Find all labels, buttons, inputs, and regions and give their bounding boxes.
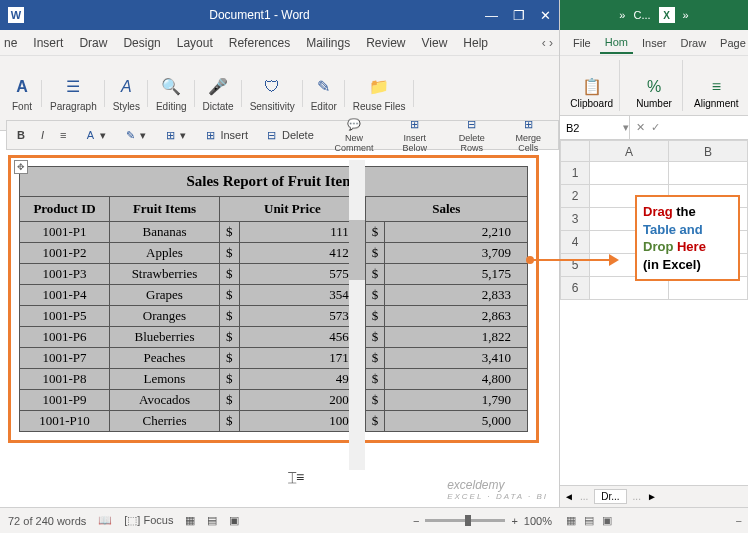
- excel-tab-page[interactable]: Page: [715, 33, 748, 53]
- styles-small[interactable]: A▾: [78, 125, 110, 145]
- ribbon-paragraph[interactable]: ☰Paragraph: [46, 75, 101, 112]
- table-row[interactable]: 1001-P4Grapes$354$2,833: [20, 285, 528, 306]
- excel-normal-view[interactable]: ▦: [566, 514, 576, 527]
- sales-table[interactable]: Sales Report of Fruit Items Product ID F…: [19, 166, 528, 432]
- scroll-thumb[interactable]: [349, 220, 365, 280]
- delete-rows-icon: ⊟: [464, 116, 480, 132]
- confirm-icon[interactable]: ✓: [651, 121, 660, 134]
- word-count[interactable]: 72 of 240 words: [8, 515, 86, 527]
- print-layout-icon[interactable]: ▤: [207, 514, 217, 527]
- fx-area[interactable]: ✕✓: [630, 121, 748, 134]
- sheet-nav-next[interactable]: ►: [647, 491, 657, 502]
- excel-grid[interactable]: A B 123456: [560, 140, 748, 480]
- name-box[interactable]: B2 ▾: [560, 116, 630, 139]
- zoom-out[interactable]: −: [413, 515, 419, 527]
- tab-layout[interactable]: Layout: [170, 32, 220, 54]
- close-button[interactable]: ✕: [540, 8, 551, 23]
- table-row[interactable]: 1001-P1Bananas$111$2,210: [20, 222, 528, 243]
- tab-design[interactable]: Design: [116, 32, 167, 54]
- excel-nav-prev[interactable]: »: [619, 9, 625, 21]
- zoom-level[interactable]: 100%: [524, 515, 552, 527]
- excel-tab-home[interactable]: Hom: [600, 32, 633, 54]
- table-move-handle[interactable]: ✥: [14, 160, 28, 174]
- excel-alignment[interactable]: ≡Alignment: [689, 60, 744, 111]
- excel-ribbon: 📋Clipboard %Number ≡Alignment: [560, 56, 748, 116]
- read-mode-icon[interactable]: ▦: [185, 514, 195, 527]
- cell[interactable]: [590, 162, 669, 185]
- excel-tab-file[interactable]: File: [568, 33, 596, 53]
- table-header-row: Product ID Fruit Items Unit Price Sales: [20, 197, 528, 222]
- tab-mailings[interactable]: Mailings: [299, 32, 357, 54]
- row-header[interactable]: 4: [560, 231, 590, 254]
- excel-break-view[interactable]: ▣: [602, 514, 612, 527]
- insert-below-button[interactable]: ⊞Insert Below: [390, 114, 439, 156]
- tab-view[interactable]: View: [415, 32, 455, 54]
- web-layout-icon[interactable]: ▣: [229, 514, 239, 527]
- row-header[interactable]: 5: [560, 254, 590, 277]
- cancel-icon[interactable]: ✕: [636, 121, 645, 134]
- focus-mode[interactable]: [⬚] Focus: [124, 514, 173, 527]
- row-header[interactable]: 3: [560, 208, 590, 231]
- ribbon-sensitivity[interactable]: 🛡Sensitivity: [246, 75, 299, 112]
- excel-page-view[interactable]: ▤: [584, 514, 594, 527]
- ribbon-editor[interactable]: ✎Editor: [307, 75, 341, 112]
- table-row[interactable]: 1001-P7Peaches$171$3,410: [20, 348, 528, 369]
- spellcheck-icon[interactable]: 📖: [98, 514, 112, 527]
- bold-button[interactable]: B: [13, 127, 29, 143]
- zoom-in[interactable]: +: [511, 515, 517, 527]
- delete-rows-button[interactable]: ⊟Delete Rows: [447, 114, 497, 156]
- excel-tab-insert[interactable]: Inser: [637, 33, 671, 53]
- tab-review[interactable]: Review: [359, 32, 412, 54]
- border-button[interactable]: ⊞▾: [158, 125, 190, 145]
- ribbon-font[interactable]: AFont: [6, 75, 38, 112]
- tab-help[interactable]: Help: [456, 32, 495, 54]
- ribbon-reuse[interactable]: 📁Reuse Files: [349, 75, 410, 112]
- ribbon-dictate[interactable]: 🎤Dictate: [199, 75, 238, 112]
- restore-button[interactable]: ❐: [513, 8, 525, 23]
- table-row[interactable]: 1001-P8Lemons$49$4,800: [20, 369, 528, 390]
- select-all-corner[interactable]: [560, 140, 590, 162]
- align-button[interactable]: ≡: [56, 127, 70, 143]
- excel-zoom-out[interactable]: −: [736, 515, 742, 527]
- tab-draw[interactable]: Draw: [72, 32, 114, 54]
- table-row[interactable]: 1001-P3Strawberries$575$5,175: [20, 264, 528, 285]
- zoom-slider[interactable]: [425, 519, 505, 522]
- row-header[interactable]: 1: [560, 162, 590, 185]
- tab-references[interactable]: References: [222, 32, 297, 54]
- tab-insert[interactable]: Insert: [26, 32, 70, 54]
- excel-tab-draw[interactable]: Draw: [675, 33, 711, 53]
- col-b[interactable]: B: [669, 140, 748, 162]
- word-vscroll[interactable]: [349, 160, 365, 470]
- italic-button[interactable]: I: [37, 127, 48, 143]
- ribbon-styles[interactable]: AStyles: [109, 75, 144, 112]
- excel-row[interactable]: 1: [560, 162, 748, 185]
- col-a[interactable]: A: [590, 140, 669, 162]
- row-header[interactable]: 6: [560, 277, 590, 300]
- cell[interactable]: [669, 162, 748, 185]
- delete-button[interactable]: ⊟Delete: [260, 125, 318, 145]
- sheet-nav-prev[interactable]: ◄: [564, 491, 574, 502]
- tab-home-partial[interactable]: ne: [4, 32, 24, 54]
- row-header[interactable]: 2: [560, 185, 590, 208]
- table-row[interactable]: 1001-P9Avocados$200$1,790: [20, 390, 528, 411]
- sheet-tab-active[interactable]: Dr...: [594, 489, 626, 504]
- highlight-button[interactable]: ✎▾: [118, 125, 150, 145]
- insert-button[interactable]: ⊞Insert: [198, 125, 252, 145]
- excel-clipboard[interactable]: 📋Clipboard: [564, 60, 620, 111]
- new-comment-button[interactable]: 💬New Comment: [326, 114, 383, 156]
- merge-cells-button[interactable]: ⊞Merge Cells: [505, 114, 552, 156]
- table-row[interactable]: 1001-P5Oranges$573$2,863: [20, 306, 528, 327]
- table-row[interactable]: 1001-P10Cherries$100$5,000: [20, 411, 528, 432]
- styles-small-icon: A: [82, 127, 98, 143]
- page-selection[interactable]: Sales Report of Fruit Items Product ID F…: [8, 155, 539, 443]
- excel-statusbar: ▦ ▤ ▣ −: [560, 507, 748, 533]
- word-title: Document1 - Word: [34, 8, 485, 22]
- minimize-button[interactable]: —: [485, 8, 498, 23]
- excel-number[interactable]: %Number: [626, 60, 682, 111]
- excel-nav-next[interactable]: »: [683, 9, 689, 21]
- table-row[interactable]: 1001-P6Blueberries$456$1,822: [20, 327, 528, 348]
- ribbon-editing[interactable]: 🔍Editing: [152, 75, 191, 112]
- table-row[interactable]: 1001-P2Apples$412$3,709: [20, 243, 528, 264]
- tab-nav[interactable]: ‹ ›: [542, 36, 559, 50]
- insert-icon: ⊞: [202, 127, 218, 143]
